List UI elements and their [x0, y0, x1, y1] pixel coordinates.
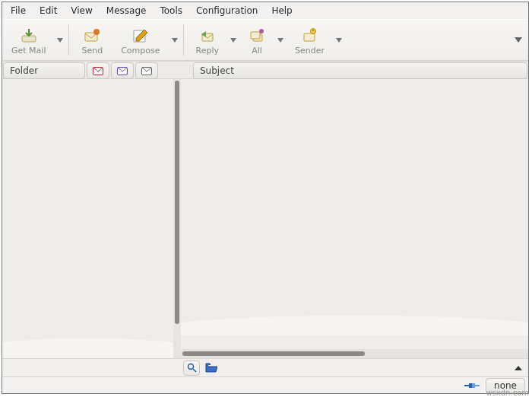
- reply-button[interactable]: Reply: [187, 24, 228, 57]
- connection-icon: [464, 380, 480, 391]
- svg-rect-6: [251, 32, 260, 39]
- menu-edit[interactable]: Edit: [33, 3, 64, 18]
- search-button[interactable]: [183, 360, 200, 376]
- scrollbar-thumb[interactable]: [182, 351, 365, 356]
- send-mail-icon: [83, 27, 101, 45]
- separator: [68, 24, 69, 56]
- reply-label: Reply: [196, 46, 219, 56]
- menu-view[interactable]: View: [64, 3, 99, 18]
- send-button[interactable]: Send: [72, 24, 112, 57]
- horizontal-scrollbar[interactable]: [181, 349, 528, 358]
- folder-header-label: Folder: [10, 65, 38, 76]
- reply-all-icon: [248, 27, 266, 45]
- toolbar-overflow-dropdown[interactable]: [508, 20, 528, 60]
- get-mail-label: Get Mail: [11, 46, 46, 56]
- get-mail-dropdown[interactable]: [55, 38, 65, 43]
- main-area: [2, 79, 528, 358]
- vertical-splitter[interactable]: [173, 79, 181, 358]
- inbox-download-icon: [20, 27, 38, 45]
- folder-open-icon: [205, 363, 217, 373]
- menu-configuration[interactable]: Configuration: [189, 3, 264, 18]
- menu-help[interactable]: Help: [264, 3, 299, 18]
- reply-all-button[interactable]: All: [239, 24, 275, 57]
- svg-rect-17: [469, 383, 472, 388]
- menu-file[interactable]: File: [4, 3, 33, 18]
- filter-unread-button[interactable]: [111, 62, 134, 79]
- toolbar: Get Mail Send Compose: [2, 19, 528, 61]
- compose-dropdown[interactable]: [169, 38, 180, 43]
- menu-message[interactable]: Message: [100, 3, 154, 18]
- reply-all-dropdown[interactable]: [275, 38, 286, 43]
- send-label: Send: [81, 46, 103, 56]
- quicksearch-bar: [2, 358, 528, 376]
- reply-icon: [198, 27, 217, 45]
- status-bar: none: [2, 376, 528, 393]
- message-list-area[interactable]: [181, 79, 528, 349]
- svg-line-15: [193, 369, 196, 372]
- subject-column-header[interactable]: Subject: [193, 62, 527, 79]
- folder-tree-pane[interactable]: [2, 79, 173, 358]
- expand-up-button[interactable]: [515, 366, 522, 370]
- reply-dropdown[interactable]: [228, 38, 239, 43]
- menubar: File Edit View Message Tools Configurati…: [2, 2, 528, 19]
- menu-tools[interactable]: Tools: [153, 3, 189, 18]
- mail-purple-icon: [117, 67, 128, 75]
- reply-sender-button[interactable]: Sender: [286, 24, 334, 57]
- reply-sender-label: Sender: [295, 46, 325, 56]
- filter-all-button[interactable]: [135, 62, 158, 79]
- open-folder-button[interactable]: [203, 360, 220, 376]
- column-headers: Folder Subject: [2, 61, 528, 79]
- mail-red-icon: [93, 67, 103, 75]
- reply-all-label: All: [252, 46, 262, 56]
- compose-button[interactable]: Compose: [112, 24, 169, 57]
- svg-point-2: [93, 29, 100, 35]
- triangle-up-icon: [515, 366, 522, 370]
- folder-column-header[interactable]: Folder: [3, 62, 85, 79]
- watermark: wsxdn.com: [486, 389, 529, 397]
- svg-point-7: [259, 29, 264, 33]
- message-pane: [181, 79, 528, 358]
- get-mail-button[interactable]: Get Mail: [2, 24, 55, 57]
- svg-point-14: [188, 364, 193, 370]
- svg-rect-8: [304, 33, 315, 41]
- svg-rect-18: [472, 383, 475, 388]
- mail-gray-icon: [141, 67, 152, 75]
- svg-point-10: [312, 29, 314, 30]
- app-window: File Edit View Message Tools Configurati…: [2, 2, 529, 394]
- scrollbar-thumb[interactable]: [175, 81, 179, 324]
- magnifier-icon: [187, 363, 197, 373]
- compose-label: Compose: [121, 46, 160, 56]
- reply-sender-dropdown[interactable]: [334, 38, 344, 43]
- reply-sender-icon: [300, 27, 318, 45]
- compose-icon: [131, 27, 150, 45]
- separator: [183, 24, 184, 56]
- filter-new-button[interactable]: [87, 62, 109, 79]
- subject-header-label: Subject: [200, 65, 234, 76]
